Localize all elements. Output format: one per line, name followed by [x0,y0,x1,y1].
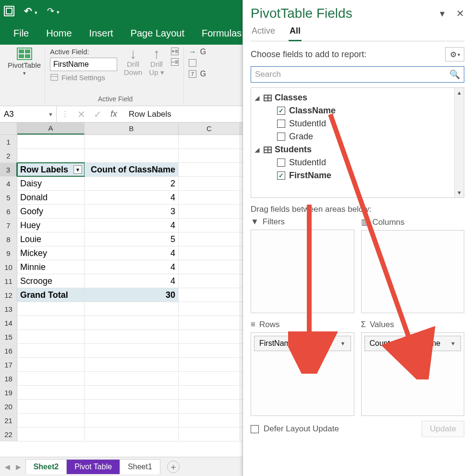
cancel-icon[interactable]: ✕ [73,109,89,120]
row-header[interactable]: 3 [0,163,17,176]
cell-a[interactable] [17,330,85,343]
cell-b[interactable]: 2 [85,177,179,190]
close-icon[interactable]: ✕ [456,8,464,19]
cell-a[interactable]: Grand Total [17,288,85,302]
undo-icon[interactable]: ↶ ▾ [24,5,37,17]
cell-a[interactable] [17,149,85,162]
scrollbar[interactable]: ▲ ▼ [454,88,464,197]
row-header[interactable]: 22 [0,427,17,441]
cell-a[interactable]: Donald [17,191,85,204]
sheet-tab-pivot-table[interactable]: Pivot Table [66,459,120,474]
tab-insert[interactable]: Insert [81,22,122,45]
misc-1[interactable]: →G [189,48,206,56]
scroll-down-icon[interactable]: ▼ [455,188,464,197]
row-header[interactable]: 5 [0,191,17,204]
dropdown-icon[interactable]: ▾ [440,8,445,19]
row-header[interactable]: 19 [0,386,17,399]
cell-c[interactable] [179,414,240,427]
checkbox[interactable] [277,133,285,141]
row-header[interactable]: 21 [0,414,17,427]
cell-a[interactable] [17,135,85,148]
tab-file[interactable]: File [5,22,37,45]
field-firstname[interactable]: ✓FirstName [277,171,460,181]
cell-c[interactable] [179,149,240,162]
row-header[interactable]: 10 [0,260,17,274]
cell-c[interactable] [179,400,240,413]
cell-c[interactable] [179,219,240,232]
cell-b[interactable]: 3 [85,205,179,218]
row-header[interactable]: 15 [0,330,17,343]
cell-b[interactable]: 4 [85,191,179,204]
misc-3[interactable]: 7G [189,70,206,78]
row-header[interactable]: 1 [0,135,17,148]
cell-a[interactable]: Row Labels▼ [17,163,85,176]
tab-home[interactable]: Home [37,22,80,45]
pane-tab-all[interactable]: All [289,24,302,41]
cell-a[interactable]: Goofy [17,205,85,218]
cell-b[interactable] [85,149,179,162]
filters-box[interactable] [251,230,354,313]
row-header[interactable]: 12 [0,288,17,302]
layout-options-button[interactable]: ⚙▾ [445,47,464,61]
select-all-corner[interactable] [0,122,17,134]
cell-c[interactable] [179,274,240,288]
checkbox[interactable]: ✓ [277,171,285,180]
cell-c[interactable] [179,386,240,399]
field-grade[interactable]: Grade [277,132,460,142]
table-classes[interactable]: ◢Classes [255,93,460,103]
row-header[interactable]: 4 [0,177,17,190]
cell-b[interactable] [85,427,179,441]
cell-c[interactable] [179,427,240,441]
cell-a[interactable] [17,344,85,357]
redo-icon[interactable]: ↷ ▾ [47,6,60,16]
values-box[interactable]: Count of ClassName▼ [361,332,465,416]
add-sheet-button[interactable]: ＋ [167,461,180,473]
cell-a[interactable]: Mickey [17,246,85,260]
cell-b[interactable]: 30 [85,288,179,302]
sheet-tab-sheet2[interactable]: Sheet2 [25,459,67,474]
name-box[interactable]: A3 ▼ [0,106,57,122]
cell-a[interactable]: Scrooge [17,274,85,288]
col-header-b[interactable]: B [85,122,179,134]
row-header[interactable]: 14 [0,316,17,330]
cell-a[interactable]: Huey [17,219,85,232]
cell-c[interactable] [179,191,240,204]
cell-c[interactable] [179,232,240,246]
columns-box[interactable] [361,230,465,313]
row-header[interactable]: 20 [0,400,17,413]
col-header-c[interactable]: C [179,122,240,134]
row-header[interactable]: 11 [0,274,17,288]
row-header[interactable]: 2 [0,149,17,162]
cell-c[interactable] [179,302,240,316]
row-header[interactable]: 18 [0,372,17,385]
cell-b[interactable] [85,330,179,343]
defer-checkbox[interactable] [251,425,259,433]
cell-c[interactable] [179,246,240,260]
col-header-a[interactable]: A [17,122,85,134]
cell-b[interactable] [85,400,179,413]
cell-c[interactable] [179,205,240,218]
expand-button[interactable]: +≡ [171,48,179,55]
filter-dropdown-icon[interactable]: ▼ [73,165,82,174]
cell-c[interactable] [179,288,240,302]
field-studentid[interactable]: StudentId [277,119,460,129]
cell-c[interactable] [179,163,240,176]
cell-b[interactable]: 4 [85,274,179,288]
cell-b[interactable]: 5 [85,232,179,246]
row-header[interactable]: 8 [0,232,17,246]
row-header[interactable]: 16 [0,344,17,357]
cell-b[interactable]: 4 [85,260,179,274]
values-item[interactable]: Count of ClassName▼ [364,336,461,351]
collapse-button[interactable]: −≡ [171,58,179,66]
cell-c[interactable] [179,344,240,357]
field-classname[interactable]: ✓ClassName [277,106,460,116]
vdots-icon[interactable]: ⋮ [57,109,73,119]
tab-page-layout[interactable]: Page Layout [122,22,193,45]
cell-a[interactable] [17,358,85,371]
row-header[interactable]: 9 [0,246,17,260]
cell-a[interactable]: Daisy [17,177,85,190]
checkbox[interactable] [277,120,285,128]
update-button[interactable]: Update [422,421,464,437]
sheet-nav[interactable]: ◀ ▶ [0,463,26,471]
enter-icon[interactable]: ✓ [89,109,106,120]
